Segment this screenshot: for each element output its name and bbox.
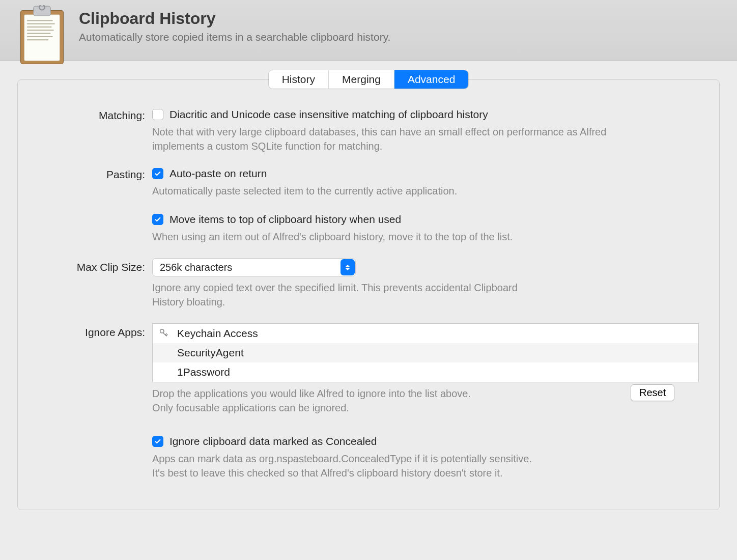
matching-checkbox-label: Diacritic and Unicode case insensitive m… <box>169 108 488 121</box>
ignore-apps-list[interactable]: Keychain AccessSecurityAgent1Password <box>152 323 699 382</box>
clipboard-icon <box>15 5 69 66</box>
page-title: Clipboard History <box>79 9 390 28</box>
svg-rect-5 <box>27 23 55 24</box>
autopaste-hint: Automatically paste selected item to the… <box>152 184 620 198</box>
maxclip-label: Max Clip Size: <box>38 258 152 273</box>
ignore-app-row[interactable]: Keychain Access <box>153 324 698 343</box>
preferences-header: Clipboard History Automatically store co… <box>0 0 737 61</box>
svg-rect-9 <box>27 36 52 37</box>
maxclip-hint: Ignore any copied text over the specifie… <box>152 281 519 309</box>
tab-bar: HistoryMergingAdvanced <box>0 70 737 89</box>
svg-rect-6 <box>27 26 51 27</box>
svg-rect-10 <box>27 39 48 40</box>
pasting-label: Pasting: <box>38 167 152 181</box>
ignore-app-name: SecurityAgent <box>177 347 244 359</box>
reset-button[interactable]: Reset <box>631 384 674 401</box>
page-subtitle: Automatically store copied items in a se… <box>79 31 390 43</box>
svg-rect-4 <box>27 20 52 21</box>
advanced-panel: Matching: Diacritic and Unicode case ins… <box>17 79 720 510</box>
maxclip-value: 256k characters <box>160 262 232 273</box>
ignore-apps-hint: Drop the applications you would like Alf… <box>152 386 620 415</box>
ignore-apps-label: Ignore Apps: <box>38 323 152 339</box>
keychain-icon <box>158 328 170 339</box>
svg-rect-2 <box>34 6 51 16</box>
matching-label: Matching: <box>38 108 152 122</box>
ignore-app-name: Keychain Access <box>177 327 258 340</box>
ignore-app-row[interactable]: SecurityAgent <box>153 343 698 362</box>
svg-rect-8 <box>27 33 50 34</box>
svg-rect-7 <box>27 30 54 31</box>
tab-history[interactable]: History <box>269 70 329 89</box>
maxclip-select[interactable]: 256k characters <box>152 258 356 276</box>
concealed-checkbox[interactable] <box>152 436 163 447</box>
concealed-hint: Apps can mark data as org.nspasteboard.C… <box>152 452 620 480</box>
ignore-app-row[interactable]: 1Password <box>153 362 698 382</box>
autopaste-label: Auto-paste on return <box>169 167 267 180</box>
move-to-top-label: Move items to top of clipboard history w… <box>169 213 401 226</box>
svg-rect-1 <box>24 15 60 61</box>
chevron-updown-icon <box>341 259 355 275</box>
move-to-top-checkbox[interactable] <box>152 214 163 225</box>
autopaste-checkbox[interactable] <box>152 168 163 179</box>
matching-checkbox[interactable] <box>152 109 163 120</box>
tab-merging[interactable]: Merging <box>329 70 394 89</box>
concealed-label: Ignore clipboard data marked as Conceale… <box>169 435 377 447</box>
tab-advanced[interactable]: Advanced <box>394 70 468 89</box>
move-to-top-hint: When using an item out of Alfred's clipb… <box>152 230 620 244</box>
ignore-app-name: 1Password <box>177 366 230 378</box>
matching-hint: Note that with very large clipboard data… <box>152 125 620 153</box>
